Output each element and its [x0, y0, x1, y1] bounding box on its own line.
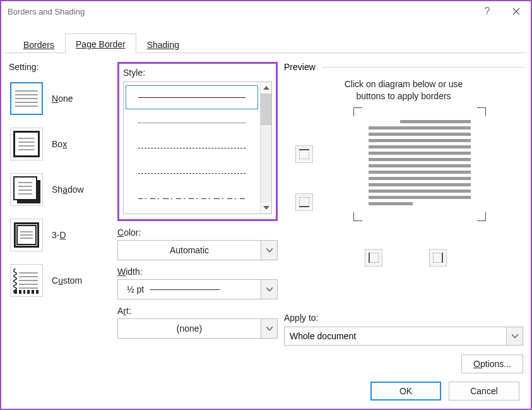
preview-hint-line1: Click on diagram below or use: [345, 79, 463, 89]
tab-borders-label: Borders: [23, 40, 54, 50]
titlebar-buttons: ?: [473, 1, 531, 21]
setting-none-label: None: [52, 93, 73, 104]
style-item-thin[interactable]: [124, 110, 260, 135]
style-listbox[interactable]: [123, 81, 272, 214]
style-scrollbar[interactable]: [260, 82, 271, 214]
apply-to-combo[interactable]: Whole document: [284, 327, 523, 346]
setting-custom-icon: [10, 264, 43, 297]
art-label: Art:: [117, 306, 278, 316]
preview-page-lines: [369, 120, 471, 208]
borders-shading-dialog: Borders and Shading ? Borders Page Borde…: [0, 0, 532, 410]
corner-tl: [353, 107, 362, 116]
setting-custom-label: Custom: [52, 275, 82, 286]
chevron-down-icon: [512, 334, 518, 338]
setting-3d[interactable]: 3-D: [9, 212, 117, 258]
scroll-up-icon[interactable]: [261, 82, 271, 93]
style-label: Style:: [123, 68, 272, 78]
width-value: ½ pt: [118, 284, 144, 294]
preview-label: Preview: [284, 62, 316, 72]
scroll-thumb[interactable]: [261, 93, 271, 125]
apply-to-value: Whole document: [290, 331, 356, 341]
preview-area: [284, 119, 523, 310]
ok-button[interactable]: OK: [370, 382, 441, 401]
preview-hint-line2: buttons to apply borders: [356, 91, 451, 101]
dialog-footer: OK Cancel: [1, 373, 531, 409]
close-button[interactable]: [502, 1, 531, 21]
art-value: (none): [118, 323, 261, 334]
border-left-toggle[interactable]: [365, 249, 382, 267]
help-button[interactable]: ?: [473, 1, 502, 21]
preview-header: Preview: [284, 62, 523, 72]
help-icon: ?: [485, 6, 490, 17]
setting-3d-icon: [10, 219, 43, 251]
style-column: Style:: [117, 62, 278, 373]
corner-bl: [353, 212, 362, 221]
art-combo[interactable]: (none): [117, 318, 278, 339]
options-button[interactable]: Options...: [461, 354, 523, 373]
tab-page-border[interactable]: Page Border: [65, 33, 136, 54]
tabstrip: Borders Page Border Shading: [1, 32, 531, 53]
width-label: Width:: [117, 267, 278, 277]
border-right-toggle[interactable]: [429, 249, 447, 267]
style-highlight-box: Style:: [117, 62, 278, 221]
border-bottom-toggle[interactable]: [295, 193, 313, 211]
setting-3d-label: 3-D: [52, 230, 66, 240]
chevron-down-icon: [266, 248, 273, 252]
cancel-label: Cancel: [470, 386, 498, 396]
color-label: Color:: [117, 227, 278, 238]
border-top-toggle[interactable]: [295, 145, 313, 163]
width-dropdown-button[interactable]: [261, 280, 277, 299]
preview-hint: Click on diagram below or use buttons to…: [284, 78, 523, 102]
style-item-dash[interactable]: [124, 160, 260, 186]
preview-divider: [322, 67, 523, 68]
corner-br: [477, 212, 486, 221]
border-bottom-icon: [299, 197, 309, 207]
scroll-down-icon[interactable]: [261, 202, 271, 214]
setting-shadow-icon: [10, 173, 43, 206]
setting-shadow[interactable]: Shadow: [9, 167, 117, 212]
color-value: Automatic: [118, 245, 261, 255]
chevron-down-icon: [266, 287, 273, 291]
tab-borders[interactable]: Borders: [13, 34, 65, 54]
setting-custom[interactable]: Custom: [9, 258, 117, 303]
border-top-icon: [299, 149, 309, 159]
cancel-button[interactable]: Cancel: [449, 382, 519, 401]
apply-to-dropdown-button[interactable]: [506, 327, 523, 345]
dialog-body: Setting: None Box Shadow: [1, 53, 531, 373]
setting-label: Setting:: [9, 62, 117, 72]
setting-none[interactable]: None: [9, 76, 117, 121]
tab-page-border-label: Page Border: [76, 39, 126, 49]
setting-none-icon: [10, 82, 43, 115]
ok-label: OK: [399, 386, 412, 396]
style-item-dash-fine[interactable]: [124, 135, 260, 160]
apply-to-label: Apply to:: [284, 313, 523, 323]
color-combo[interactable]: Automatic: [117, 240, 278, 260]
apply-to-row: Apply to: Whole document: [284, 313, 523, 346]
tab-shading-label: Shading: [147, 40, 179, 50]
border-left-icon: [369, 253, 379, 263]
setting-box-icon: [10, 128, 43, 160]
width-combo[interactable]: ½ pt: [117, 279, 278, 299]
chevron-down-icon: [266, 327, 273, 330]
style-item-solid[interactable]: [125, 85, 259, 110]
setting-shadow-label: Shadow: [52, 184, 84, 195]
art-dropdown-button[interactable]: [261, 319, 277, 338]
setting-box[interactable]: Box: [9, 121, 117, 167]
titlebar: Borders and Shading ?: [1, 1, 531, 21]
width-sample-line: [150, 289, 220, 290]
preview-page[interactable]: [353, 107, 486, 221]
tab-shading[interactable]: Shading: [136, 34, 190, 54]
border-right-icon: [433, 253, 443, 263]
scroll-track[interactable]: [261, 125, 271, 202]
setting-column: Setting: None Box Shadow: [9, 62, 117, 373]
corner-tr: [477, 107, 486, 116]
options-row: Options...: [284, 354, 523, 373]
color-dropdown-button[interactable]: [261, 241, 277, 260]
setting-box-label: Box: [52, 139, 67, 149]
style-item-dashdot[interactable]: [124, 186, 260, 211]
window-title: Borders and Shading: [8, 7, 85, 16]
preview-column: Preview Click on diagram below or use bu…: [278, 62, 523, 373]
close-icon: [512, 8, 520, 15]
style-items: [124, 82, 260, 214]
